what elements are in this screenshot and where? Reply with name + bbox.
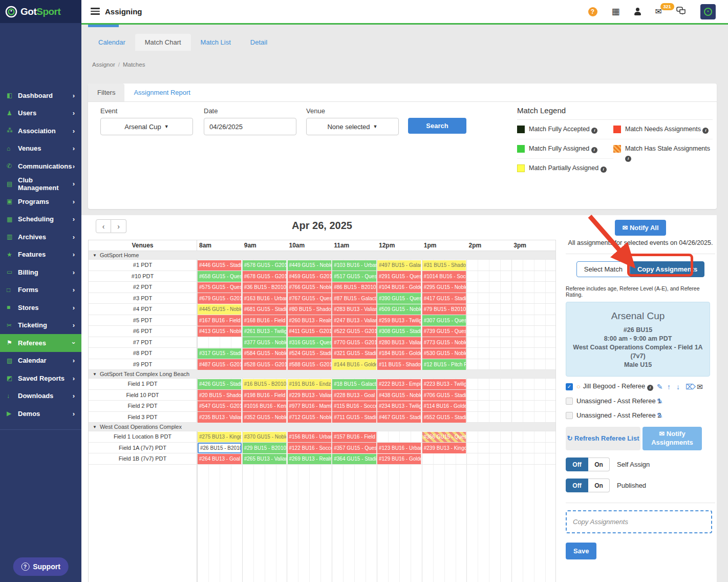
match-block[interactable]: #129 BU16 - Golden C [377, 454, 421, 465]
match-block[interactable]: #239 BU13 - Kingdom [422, 443, 466, 453]
sidebar-item-communications[interactable]: ✆Communications› [0, 157, 81, 175]
chat-icon[interactable] [676, 7, 686, 16]
save-button[interactable]: Save [566, 543, 596, 559]
match-block[interactable]: #114 BU16 - Golden C [422, 401, 466, 412]
sidebar-item-venues[interactable]: ⌂Venues› [0, 140, 81, 158]
match-block[interactable]: #413 GU15 - Noble N [198, 326, 242, 337]
match-block[interactable]: #291 GU15 - Quest U [377, 271, 421, 282]
match-block[interactable]: #449 GU15 - Noble N [288, 260, 332, 271]
match-block[interactable]: #228 BU13 - Goal Grit [332, 390, 376, 401]
tab-calendar[interactable]: Calendar [89, 34, 135, 51]
tab-filters[interactable]: Filters [88, 84, 124, 101]
match-block[interactable]: #184 BU16 - Golden C [377, 348, 421, 359]
sidebar-item-calendar[interactable]: ▧Calendar› [0, 352, 81, 370]
match-block[interactable]: #767 GU15 - Quest U [288, 293, 332, 304]
sidebar-item-forms[interactable]: □Forms› [0, 281, 81, 299]
match-block[interactable]: #390 GU15 - Quest U [377, 293, 421, 304]
mail-icon[interactable]: ✉321 [655, 7, 662, 16]
gotsport-logo[interactable]: GotSport [0, 0, 81, 23]
refresh-referee-list-button[interactable]: ↻ Refresh Referee List [566, 427, 640, 450]
match-block[interactable]: #517 GU15 - Quest U [332, 271, 376, 282]
match-block[interactable]: #528 GU15 - G2010 L [243, 359, 287, 370]
copy-assignments-button[interactable]: Copy Assignments [630, 261, 704, 277]
toggle-self-assign-off[interactable]: Off [566, 458, 588, 471]
match-block[interactable]: #261 BU13 - Twilight T [243, 326, 287, 337]
info-icon[interactable]: i [601, 167, 607, 173]
sidebar-item-ticketing[interactable]: ✂Ticketing› [0, 317, 81, 335]
notify-all-button[interactable]: ✉ Notify All [615, 220, 666, 236]
match-block[interactable]: #681 GU15 - Stadium [243, 304, 287, 315]
venue-group-header-gotsport-home[interactable]: ▼GotSport Home [89, 251, 555, 260]
match-block[interactable]: #308 GU15 - Stadium [377, 326, 421, 337]
user-profile-icon[interactable] [634, 8, 641, 16]
match-block[interactable]: #679 GU15 - G2010 W [198, 293, 242, 304]
tab-match-chart[interactable]: Match Chart [135, 34, 191, 51]
breadcrumb-assignor[interactable]: Assignor [92, 61, 115, 68]
match-block[interactable]: #198 BU16 - Field For [243, 390, 287, 401]
match-block[interactable]: #191 BU16 - Endzone [288, 379, 332, 390]
match-block[interactable]: #115 BU16 - Soccer S [332, 401, 376, 412]
match-block[interactable]: #1016 BU16 - Kentuck [243, 401, 287, 412]
match-block[interactable]: #163 BU16 - Urban Le [243, 293, 287, 304]
date-input[interactable] [204, 118, 296, 135]
match-block[interactable]: #229 BU13 - Valiant V [288, 390, 332, 401]
match-block[interactable]: #411 GU15 - G2010 L [288, 326, 332, 337]
match-block[interactable]: #977 BU16 - Mamba F [288, 401, 332, 412]
match-block[interactable]: #770 GU15 - G2010 W [332, 337, 376, 348]
sidebar-item-association[interactable]: ⁂Association› [0, 122, 81, 140]
match-block[interactable]: #1014 BU16 - Soccer [422, 271, 466, 282]
sidebar-item-demos[interactable]: ▶Demos› [0, 405, 81, 423]
match-block[interactable]: #222 BU13 - Empire U [377, 379, 421, 390]
match-block[interactable]: #773 GU15 - Noble N [422, 337, 466, 348]
info-icon[interactable]: i [702, 128, 709, 134]
sidebar-item-features[interactable]: ★Features› [0, 246, 81, 264]
match-block[interactable]: #260 BU13 - Realm W [288, 315, 332, 326]
match-block[interactable]: #295 GU15 - Noble N [422, 282, 466, 293]
venue-group-header-west-coast-operations-complex[interactable]: ▼West Coast Operations Complex [89, 423, 555, 431]
down-icon[interactable]: ↓ [676, 383, 680, 391]
sidebar-item-users[interactable]: ♟Users› [0, 105, 81, 122]
sidebar-item-downloads[interactable]: ↓Downloads› [0, 387, 81, 405]
match-block[interactable]: #275 BU13 - Kingdom [198, 432, 242, 443]
match-block[interactable]: #280 BU13 - Valiant V [377, 337, 421, 348]
match-block[interactable]: #167 BU16 - Field For [198, 315, 242, 326]
delete-icon[interactable]: ⌦ [686, 383, 696, 391]
match-block[interactable]: #321 GU15 - Stadium [332, 348, 376, 359]
match-block[interactable]: #438 GU15 - Noble N [377, 390, 421, 401]
match-block[interactable]: #377 GU15 - Noble N [243, 337, 287, 348]
notify-assignments-button[interactable]: ✉ Notify Assignments [643, 427, 702, 450]
match-block[interactable]: #234 BU13 - Twilight T [377, 401, 421, 412]
match-block[interactable]: #168 BU16 - Field For [243, 315, 287, 326]
sidebar-item-club-management[interactable]: ▤Club Management› [0, 175, 81, 193]
match-block[interactable]: #370 GU15 - Noble N [243, 432, 287, 443]
match-block[interactable]: #316 GU15 - Quest U [288, 337, 332, 348]
match-block[interactable]: #235 BU13 - Valiant V [198, 412, 242, 423]
match-block[interactable]: #678 GU15 - G2010 L [243, 271, 287, 282]
match-block[interactable]: #357 GU15 - Quest U [332, 443, 376, 453]
qr-code-icon[interactable]: ▦ [612, 6, 620, 17]
match-block[interactable]: #467 GU15 - Stadium [377, 412, 421, 423]
sidebar-item-archives[interactable]: ▥Archives› [0, 228, 81, 246]
match-block[interactable]: #530 GU15 - Noble N [422, 348, 466, 359]
sidebar-item-stores[interactable]: ■Stores› [0, 299, 81, 317]
tab-detail[interactable]: Detail [241, 34, 277, 51]
match-block[interactable]: #265 BU13 - Valiant V [243, 454, 287, 465]
match-block[interactable]: #364 GU15 - Stadium [332, 454, 376, 465]
match-block[interactable]: #247 BU13 - Valiant V [332, 315, 376, 326]
match-block[interactable]: #522 GU15 - G2010 W [332, 326, 376, 337]
match-block[interactable]: #711 GU15 - Stadium [332, 412, 376, 423]
match-block[interactable]: #80 BU15 - Shadow C [288, 304, 332, 315]
match-block[interactable]: #445 GU15 - Noble N [198, 304, 242, 315]
match-block[interactable]: #264 BU13 - Goal Grit [198, 454, 242, 465]
select-match-button[interactable]: Select Match [576, 261, 630, 277]
match-block[interactable]: #12 BU15 - Pitch Pion [422, 359, 466, 370]
match-block[interactable]: #269 BU13 - Realm W [288, 454, 332, 465]
edit-icon[interactable]: ✎ [657, 411, 663, 420]
match-block[interactable]: #86 BU15 - B2010 Fla [332, 282, 376, 293]
match-block[interactable]: #317 GU15 - Stadium [198, 348, 242, 359]
match-block[interactable]: #417 GU15 - Stadium [422, 293, 466, 304]
match-block[interactable]: #122 BU16 - Soccer S [288, 443, 332, 453]
sidebar-item-dashboard[interactable]: ◧Dashboard› [0, 87, 81, 105]
help-icon[interactable]: ? [588, 7, 597, 16]
referee-checkbox[interactable] [566, 398, 573, 405]
